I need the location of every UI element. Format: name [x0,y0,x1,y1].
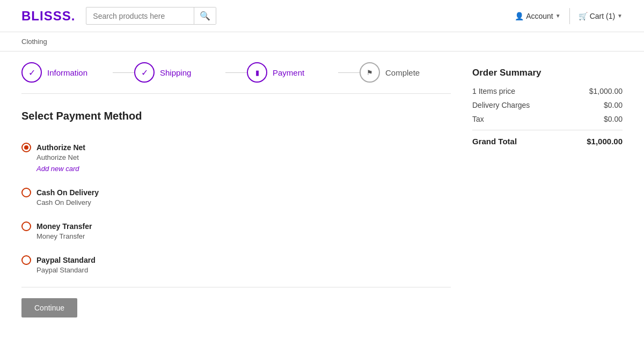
order-summary-title: Order Summary [472,68,623,78]
account-label: Account [526,12,553,20]
payment-desc-authorize: Authorize Net [36,153,451,161]
continue-button[interactable]: Continue [21,298,77,317]
summary-items-row: 1 Items price $1,000.00 [472,87,623,95]
payment-desc-cash: Cash On Delivery [36,198,451,206]
step-complete: ⚑ Complete [360,62,451,83]
search-wrapper: 🔍 [86,7,216,25]
step-circle-information: ✓ [21,62,42,83]
breadcrumb: Clothing [0,32,644,51]
cart-icon: 🛒 [579,12,588,20]
step-payment: ▮ Payment [247,62,338,83]
payment-option-row-cash: Cash On Delivery [21,188,451,197]
summary-delivery-row: Delivery Charges $0.00 [472,101,623,109]
items-price-value: $1,000.00 [589,87,623,95]
step-circle-shipping: ✓ [134,62,155,83]
logo: BLISSS. [21,9,75,24]
tax-value: $0.00 [604,115,623,123]
step-information: ✓ Information [21,62,113,83]
step-label-shipping[interactable]: Shipping [160,68,191,77]
step-label-complete[interactable]: Complete [385,68,420,77]
breadcrumb-label[interactable]: Clothing [21,38,47,46]
payment-name-paypal: Paypal Standard [36,256,96,264]
summary-total-row: Grand Total $1,000.00 [472,137,623,146]
payment-option-row-money: Money Transfer [21,221,451,231]
step-label-payment[interactable]: Payment [273,68,304,77]
payment-option-cash: Cash On Delivery Cash On Delivery [21,180,451,214]
step-label-information[interactable]: Information [47,68,87,77]
payment-desc-paypal: Paypal Standard [36,266,451,274]
payment-option-authorize-net: Authorize Net Authorize Net Add new card [21,135,451,180]
payment-option-row-authorize: Authorize Net [21,143,451,152]
delivery-value: $0.00 [604,101,623,109]
delivery-label: Delivery Charges [472,101,530,109]
grand-total-label: Grand Total [472,137,517,146]
search-button[interactable]: 🔍 [194,8,216,24]
account-menu[interactable]: 👤 Account ▼ [515,12,561,20]
cart-label: Cart (1) [590,12,615,20]
account-chevron-icon: ▼ [555,13,561,19]
tax-label: Tax [472,115,484,123]
account-icon: 👤 [515,12,524,20]
payment-name-money: Money Transfer [36,222,92,231]
payment-section-title: Select Payment Method [21,110,451,122]
payment-option-money-transfer: Money Transfer Money Transfer [21,214,451,248]
items-price-label: 1 Items price [472,87,515,95]
header-divider [569,8,570,24]
step-divider-3 [338,72,360,73]
payment-options: Authorize Net Authorize Net Add new card… [21,135,451,282]
stepper: ✓ Information ✓ Shipping ▮ Payment ⚑ Com… [21,62,451,94]
payment-option-paypal: Paypal Standard Paypal Standard [21,248,451,282]
step-divider-2 [225,72,247,73]
footer-section: Continue [21,287,451,317]
payment-selection: Select Payment Method Authorize Net Auth… [21,110,451,317]
header: BLISSS. 🔍 👤 Account ▼ 🛒 Cart (1) ▼ [0,0,644,32]
payment-name-authorize: Authorize Net [36,143,85,152]
radio-authorize-net[interactable] [21,143,31,152]
cart-menu[interactable]: 🛒 Cart (1) ▼ [579,12,623,20]
payment-desc-money: Money Transfer [36,232,451,240]
grand-total-value: $1,000.00 [587,137,623,146]
payment-name-cash: Cash On Delivery [36,188,99,197]
step-shipping: ✓ Shipping [134,62,225,83]
step-circle-complete: ⚑ [360,62,380,83]
radio-money-transfer[interactable] [21,221,31,231]
radio-paypal-standard[interactable] [21,255,31,265]
order-summary: Order Summary 1 Items price $1,000.00 De… [472,62,623,317]
payment-option-row-paypal: Paypal Standard [21,255,451,265]
step-divider-1 [113,72,134,73]
step-circle-payment: ▮ [247,62,267,83]
radio-cash-on-delivery[interactable] [21,188,31,197]
cart-chevron-icon: ▼ [617,13,623,19]
search-input[interactable] [86,9,194,24]
add-new-card-link[interactable]: Add new card [36,165,451,173]
summary-divider [472,130,623,130]
checkout-section: ✓ Information ✓ Shipping ▮ Payment ⚑ Com… [21,62,451,317]
main-container: ✓ Information ✓ Shipping ▮ Payment ⚑ Com… [0,51,644,328]
header-right: 👤 Account ▼ 🛒 Cart (1) ▼ [515,8,623,24]
summary-tax-row: Tax $0.00 [472,115,623,123]
